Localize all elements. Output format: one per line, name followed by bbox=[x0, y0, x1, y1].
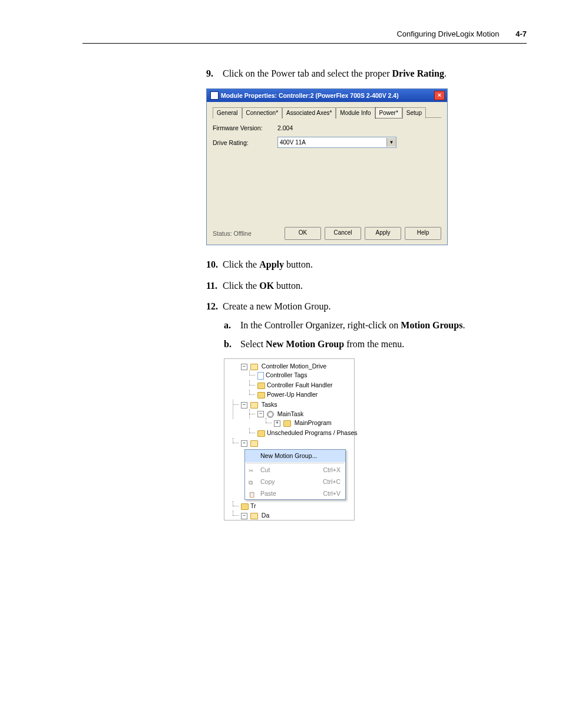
tab-module-info[interactable]: Module Info bbox=[336, 107, 375, 119]
cancel-button[interactable]: Cancel bbox=[325, 227, 361, 240]
program-icon bbox=[283, 420, 291, 427]
close-icon[interactable]: × bbox=[434, 91, 445, 100]
expander-icon[interactable]: − bbox=[241, 440, 247, 447]
paste-icon bbox=[249, 490, 256, 497]
controller-organizer-tree: − Controller Motion_Drive Controller Tag… bbox=[224, 358, 355, 521]
dialog-title: Module Properties: Controller:2 (PowerFl… bbox=[221, 91, 399, 100]
tree-powerup-handler[interactable]: Power-Up Handler bbox=[249, 390, 354, 399]
tree-fault-handler[interactable]: Controller Fault Handler bbox=[249, 380, 354, 390]
drive-rating-label: Drive Rating: bbox=[213, 139, 277, 147]
folder-icon bbox=[250, 440, 258, 447]
menu-copy: Copy Ctrl+C bbox=[245, 476, 345, 487]
dialog-status: Status: Offline bbox=[213, 229, 252, 238]
tab-general[interactable]: General bbox=[213, 107, 242, 119]
step-12b: b. Select New Motion Group from the menu… bbox=[224, 338, 527, 351]
ok-button[interactable]: OK bbox=[285, 227, 321, 240]
step-9: 9. Click on the Power tab and select the… bbox=[206, 67, 527, 245]
apply-button[interactable]: Apply bbox=[365, 227, 401, 240]
menu-separator bbox=[246, 463, 344, 463]
expander-icon[interactable]: + bbox=[274, 420, 280, 427]
dialog-titlebar: Module Properties: Controller:2 (PowerFl… bbox=[207, 89, 447, 102]
page-header: Configuring DriveLogix Motion 4-7 bbox=[82, 29, 527, 44]
tree-data[interactable]: − Da bbox=[233, 510, 354, 520]
step-11: 11. Click the OK button. bbox=[206, 279, 527, 292]
drive-rating-input[interactable] bbox=[278, 139, 386, 146]
tree-controller-root[interactable]: − Controller Motion_Drive Controller Tag… bbox=[233, 361, 354, 400]
firmware-version-value: 2.004 bbox=[277, 124, 293, 132]
tree-mainprogram[interactable]: + MainProgram bbox=[266, 418, 354, 427]
expander-icon[interactable]: − bbox=[241, 513, 247, 519]
header-title: Configuring DriveLogix Motion bbox=[396, 29, 499, 38]
folder-icon bbox=[250, 402, 258, 409]
app-icon bbox=[210, 91, 219, 100]
tags-icon bbox=[257, 372, 264, 380]
tab-power[interactable]: Power* bbox=[375, 107, 402, 119]
folder-icon bbox=[257, 430, 265, 437]
folder-icon bbox=[250, 364, 258, 370]
dialog-tabs: General Connection* Associated Axes* Mod… bbox=[213, 107, 441, 118]
cut-icon bbox=[249, 466, 256, 473]
folder-icon bbox=[257, 392, 265, 398]
task-icon bbox=[267, 411, 274, 418]
tree-unscheduled[interactable]: Unscheduled Programs / Phases bbox=[249, 428, 354, 437]
tab-setup[interactable]: Setup bbox=[402, 107, 426, 119]
tree-tasks[interactable]: − Tasks − MainTask + bbox=[233, 400, 354, 438]
step-10: 10. Click the Apply button. bbox=[206, 258, 527, 271]
expander-icon[interactable]: − bbox=[241, 402, 247, 409]
expander-icon[interactable]: − bbox=[241, 364, 247, 370]
expander-icon[interactable]: − bbox=[257, 411, 264, 417]
page-number: 4-7 bbox=[515, 29, 527, 38]
step-12a: a. In the Controller Organizer, right-cl… bbox=[224, 319, 527, 332]
menu-cut: Cut Ctrl+X bbox=[245, 464, 345, 476]
tree-motion-groups[interactable]: − bbox=[233, 438, 354, 447]
tree-controller-tags[interactable]: Controller Tags bbox=[249, 370, 354, 380]
help-button[interactable]: Help bbox=[405, 227, 441, 240]
step-12: 12. Create a new Motion Group. a. In the… bbox=[206, 300, 527, 521]
drive-rating-combo[interactable]: ▼ bbox=[277, 137, 396, 148]
tab-connection[interactable]: Connection* bbox=[242, 107, 282, 119]
folder-icon bbox=[250, 513, 258, 519]
menu-new-motion-group[interactable]: New Motion Group... bbox=[245, 450, 345, 462]
tree-trends[interactable]: Tr bbox=[233, 501, 354, 510]
module-properties-dialog: Module Properties: Controller:2 (PowerFl… bbox=[206, 88, 448, 246]
folder-icon bbox=[241, 503, 249, 510]
menu-paste: Paste Ctrl+V bbox=[245, 487, 345, 499]
context-menu: New Motion Group... Cut Ctrl+X Copy Ctrl… bbox=[244, 449, 346, 500]
chevron-down-icon[interactable]: ▼ bbox=[386, 138, 396, 147]
folder-icon bbox=[257, 383, 265, 389]
firmware-version-label: Firmware Version: bbox=[213, 124, 277, 132]
tab-assoc-axes[interactable]: Associated Axes* bbox=[282, 107, 336, 119]
tree-maintask[interactable]: − MainTask + MainProgram bbox=[249, 409, 354, 428]
copy-icon bbox=[249, 478, 256, 485]
